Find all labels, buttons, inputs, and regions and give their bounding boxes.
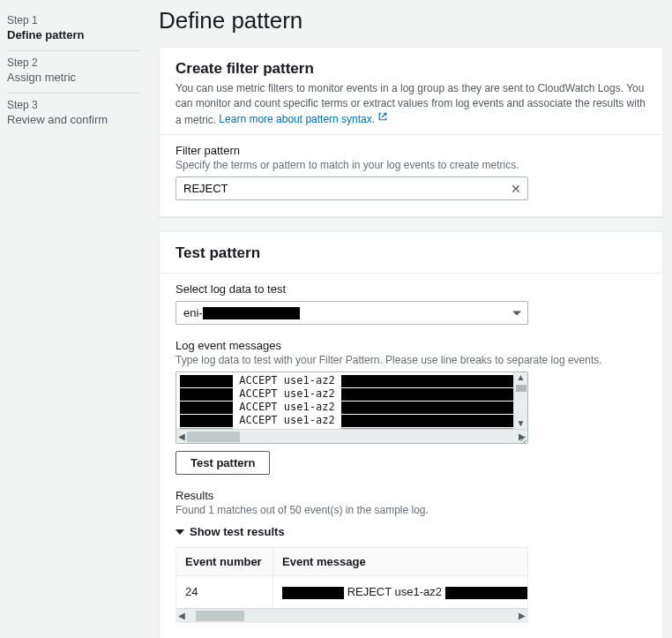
log-line: ACCEPT use1-az2 — [176, 374, 527, 387]
step-name: Assign metric — [7, 71, 141, 84]
cell-event-message: REJECT use1-az2 — [273, 576, 527, 608]
main-content: Define pattern Create filter pattern You… — [150, 0, 672, 638]
page-title: Define pattern — [159, 7, 663, 34]
col-event-message: Event message — [273, 548, 527, 575]
redacted-text — [445, 587, 527, 599]
results-table: Event number Event message 24 REJECT use… — [175, 547, 528, 623]
wizard-steps: Step 1 Define pattern Step 2 Assign metr… — [0, 0, 150, 638]
step-2[interactable]: Step 2 Assign metric — [7, 51, 141, 94]
log-messages-label: Log event messages — [175, 339, 646, 352]
scroll-thumb[interactable] — [196, 611, 244, 621]
log-data-select[interactable]: eni- — [175, 301, 528, 325]
external-link-icon — [377, 111, 388, 126]
scroll-down-icon: ▼ — [517, 418, 526, 429]
scroll-left-icon: ◀ — [176, 611, 187, 620]
vertical-scrollbar[interactable]: ▲ ▼ — [513, 372, 527, 429]
test-pattern-title: Test pattern — [175, 244, 646, 262]
step-1[interactable]: Step 1 Define pattern — [7, 9, 141, 51]
test-pattern-button[interactable]: Test pattern — [175, 451, 270, 475]
filter-pattern-label: Filter pattern — [175, 144, 646, 157]
scroll-up-icon: ▲ — [517, 372, 526, 383]
table-header: Event number Event message — [176, 548, 527, 576]
scroll-left-icon: ◀ — [176, 432, 187, 441]
log-events-textarea[interactable]: ACCEPT use1-az2 ACCEPT use1-az2 ACCEPT u… — [175, 372, 528, 444]
table-horizontal-scrollbar[interactable]: ◀ ▶ — [176, 608, 527, 622]
close-icon: ✕ — [511, 182, 521, 196]
cell-event-number: 24 — [176, 576, 273, 607]
log-line: ACCEPT use1-az2 — [176, 414, 527, 427]
redacted-text — [282, 587, 344, 599]
resize-handle-icon[interactable] — [515, 431, 527, 443]
create-filter-title: Create filter pattern — [175, 60, 646, 78]
log-line: ACCEPT use1-az2 — [176, 401, 527, 414]
scroll-thumb[interactable] — [187, 432, 240, 442]
results-hint: Found 1 matches out of 50 event(s) in th… — [175, 504, 646, 516]
filter-pattern-input[interactable] — [175, 176, 528, 200]
chevron-down-icon — [512, 311, 521, 315]
log-messages-hint: Type log data to test with your Filter P… — [175, 354, 646, 366]
horizontal-scrollbar[interactable]: ◀ ▶ — [176, 429, 527, 443]
col-event-number: Event number — [176, 548, 273, 575]
scroll-thumb[interactable] — [516, 385, 526, 392]
log-line: ACCEPT use1-az2 — [176, 387, 527, 401]
filter-pattern-hint: Specify the terms or pattern to match in… — [175, 159, 646, 171]
create-filter-desc: You can use metric filters to monitor ev… — [175, 81, 646, 127]
triangle-down-icon — [175, 529, 184, 535]
step-number: Step 2 — [7, 56, 141, 69]
create-filter-panel: Create filter pattern You can use metric… — [159, 47, 663, 217]
step-3[interactable]: Step 3 Review and confirm — [7, 94, 141, 135]
table-row: 24 REJECT use1-az2 — [176, 576, 527, 608]
step-number: Step 3 — [7, 99, 141, 111]
step-name: Define pattern — [7, 28, 141, 41]
clear-input-button[interactable]: ✕ — [504, 176, 528, 200]
show-results-toggle[interactable]: Show test results — [175, 525, 646, 538]
step-number: Step 1 — [7, 14, 141, 26]
select-log-label: Select log data to test — [175, 282, 646, 296]
learn-more-link[interactable]: Learn more about pattern syntax. — [219, 113, 388, 125]
test-pattern-panel: Test pattern Select log data to test eni… — [159, 231, 663, 638]
redacted-text — [203, 307, 300, 319]
results-label: Results — [175, 489, 646, 502]
scroll-right-icon: ▶ — [517, 611, 527, 620]
step-name: Review and confirm — [7, 113, 141, 126]
